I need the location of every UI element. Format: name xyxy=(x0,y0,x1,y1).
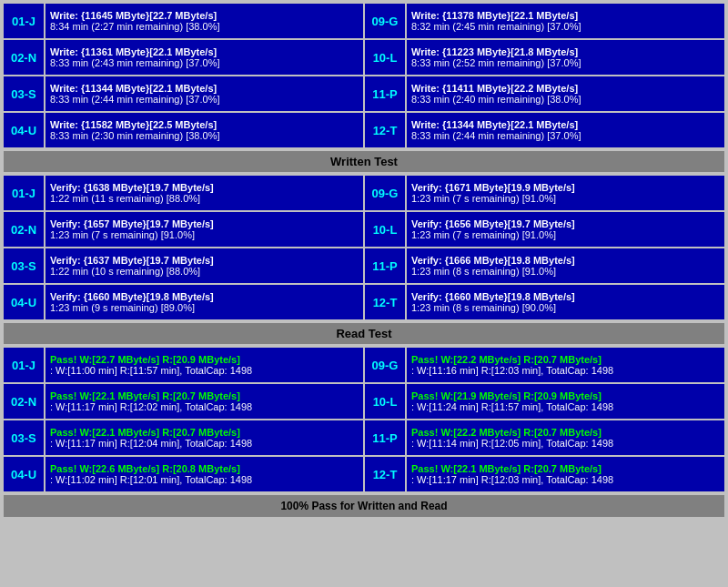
pass-cell-right: Pass! W:[22.2 MByte/s] R:[20.7 MByte/s] … xyxy=(407,348,724,382)
cell-left: Write: {11645 MByte}[22.7 MByte/s] 8:34 … xyxy=(46,4,363,38)
pass-line-left: Pass! W:[22.6 MByte/s] R:[20.8 MByte/s] xyxy=(50,463,359,474)
main-container: 01-J Write: {11645 MByte}[22.7 MByte/s] … xyxy=(0,0,728,521)
table-row: 04-U Write: {11582 MByte}[22.5 MByte/s] … xyxy=(4,113,724,147)
pass-cell-left: Pass! W:[22.6 MByte/s] R:[20.8 MByte/s] … xyxy=(46,457,363,491)
table-row: 03-S Write: {11344 MByte}[22.1 MByte/s] … xyxy=(4,76,724,111)
cell-right-line2: 8:32 min (2:45 min remaining) [37.0%] xyxy=(411,21,720,32)
row-label-left: 04-U xyxy=(4,457,44,491)
cell-right-line1: Write: {11344 MByte}[22.1 MByte/s] xyxy=(411,119,720,130)
cell-left-line2: 8:33 min (2:30 min remaining) [38.0%] xyxy=(50,130,359,141)
pass-detail-left: : W:[11:17 min] R:[12:04 min], TotalCap:… xyxy=(50,438,359,449)
pass-cell-right: Pass! W:[22.2 MByte/s] R:[20.7 MByte/s] … xyxy=(407,420,724,455)
pass-line-right: Pass! W:[22.1 MByte/s] R:[20.7 MByte/s] xyxy=(411,463,720,474)
pass-line-left: Pass! W:[22.7 MByte/s] R:[20.9 MByte/s] xyxy=(50,354,359,365)
cell-right-line2: 8:33 min (2:40 min remaining) [38.0%] xyxy=(411,94,720,105)
pass-detail-left: : W:[11:00 min] R:[11:57 min], TotalCap:… xyxy=(50,365,359,376)
row-label-right: 11-P xyxy=(365,76,405,111)
cell-left-line1: Verify: {1657 MByte}[19.7 MByte/s] xyxy=(50,218,359,229)
row-label-right: 11-P xyxy=(365,420,405,455)
pass-detail-right: : W:[11:24 min] R:[11:57 min], TotalCap:… xyxy=(411,401,720,412)
table-row: 02-N Write: {11361 MByte}[22.1 MByte/s] … xyxy=(4,40,724,75)
cell-right-line2: 1:23 min (8 s remaining) [90.0%] xyxy=(411,302,720,313)
cell-left: Write: {11361 MByte}[22.1 MByte/s] 8:33 … xyxy=(46,40,363,75)
pass-cell-right: Pass! W:[21.9 MByte/s] R:[20.9 MByte/s] … xyxy=(407,384,724,419)
cell-right: Write: {11411 MByte}[22.2 MByte/s] 8:33 … xyxy=(407,76,724,111)
row-label-left: 02-N xyxy=(4,212,44,247)
cell-left: Verify: {1638 MByte}[19.7 MByte/s] 1:22 … xyxy=(46,176,363,210)
pass-detail-right: : W:[11:14 min] R:[12:05 min], TotalCap:… xyxy=(411,438,720,449)
row-label-right: 10-L xyxy=(365,384,405,419)
row-label-right: 12-T xyxy=(365,113,405,147)
pass-line-left: Pass! W:[22.1 MByte/s] R:[20.7 MByte/s] xyxy=(50,427,359,438)
pass-line-right: Pass! W:[22.2 MByte/s] R:[20.7 MByte/s] xyxy=(411,354,720,365)
written-rows: 01-J Write: {11645 MByte}[22.7 MByte/s] … xyxy=(4,4,724,147)
written-test-section: 01-J Write: {11645 MByte}[22.7 MByte/s] … xyxy=(4,4,724,172)
cell-right: Write: {11344 MByte}[22.1 MByte/s] 8:33 … xyxy=(407,113,724,147)
table-row: 04-U Pass! W:[22.6 MByte/s] R:[20.8 MByt… xyxy=(4,457,724,491)
cell-left-line2: 8:33 min (2:44 min remaining) [37.0%] xyxy=(50,94,359,105)
row-label-right: 10-L xyxy=(365,40,405,75)
table-row: 03-S Pass! W:[22.1 MByte/s] R:[20.7 MByt… xyxy=(4,420,724,455)
cell-left: Verify: {1660 MByte}[19.8 MByte/s] 1:23 … xyxy=(46,285,363,319)
cell-right-line1: Write: {11223 MByte}[21.8 MByte/s] xyxy=(411,46,720,57)
pass-detail-right: : W:[11:16 min] R:[12:03 min], TotalCap:… xyxy=(411,365,720,376)
row-label-right: 10-L xyxy=(365,212,405,247)
row-label-left: 02-N xyxy=(4,384,44,419)
read-rows: 01-J Pass! W:[22.7 MByte/s] R:[20.9 MByt… xyxy=(4,348,724,491)
row-label-right: 11-P xyxy=(365,248,405,283)
row-label-right: 09-G xyxy=(365,348,405,382)
row-label-left: 01-J xyxy=(4,176,44,210)
table-row: 02-N Verify: {1657 MByte}[19.7 MByte/s] … xyxy=(4,212,724,247)
footer-bar: 100% Pass for Written and Read xyxy=(4,495,724,517)
cell-left-line2: 1:23 min (7 s remaining) [91.0%] xyxy=(50,229,359,240)
cell-right-line1: Write: {11378 MByte}[22.1 MByte/s] xyxy=(411,10,720,21)
cell-right: Write: {11378 MByte}[22.1 MByte/s] 8:32 … xyxy=(407,4,724,38)
cell-right-line1: Verify: {1656 MByte}[19.7 MByte/s] xyxy=(411,218,720,229)
row-label-left: 01-J xyxy=(4,348,44,382)
table-row: 04-U Verify: {1660 MByte}[19.8 MByte/s] … xyxy=(4,285,724,319)
cell-left-line1: Write: {11361 MByte}[22.1 MByte/s] xyxy=(50,46,359,57)
cell-left: Write: {11344 MByte}[22.1 MByte/s] 8:33 … xyxy=(46,76,363,111)
pass-cell-right: Pass! W:[22.1 MByte/s] R:[20.7 MByte/s] … xyxy=(407,457,724,491)
row-label-left: 04-U xyxy=(4,285,44,319)
cell-right: Write: {11223 MByte}[21.8 MByte/s] 8:33 … xyxy=(407,40,724,75)
cell-right-line1: Verify: {1666 MByte}[19.8 MByte/s] xyxy=(411,255,720,266)
pass-line-right: Pass! W:[22.2 MByte/s] R:[20.7 MByte/s] xyxy=(411,427,720,438)
cell-left-line1: Write: {11582 MByte}[22.5 MByte/s] xyxy=(50,119,359,130)
cell-left-line1: Write: {11344 MByte}[22.1 MByte/s] xyxy=(50,83,359,94)
cell-right-line2: 1:23 min (8 s remaining) [91.0%] xyxy=(411,266,720,277)
cell-left-line1: Verify: {1637 MByte}[19.7 MByte/s] xyxy=(50,255,359,266)
cell-left-line2: 1:22 min (10 s remaining) [88.0%] xyxy=(50,266,359,277)
table-row: 01-J Write: {11645 MByte}[22.7 MByte/s] … xyxy=(4,4,724,38)
table-row: 01-J Verify: {1638 MByte}[19.7 MByte/s] … xyxy=(4,176,724,210)
verify-section: 01-J Verify: {1638 MByte}[19.7 MByte/s] … xyxy=(4,176,724,344)
cell-left-line2: 1:23 min (9 s remaining) [89.0%] xyxy=(50,302,359,313)
pass-cell-left: Pass! W:[22.1 MByte/s] R:[20.7 MByte/s] … xyxy=(46,384,363,419)
cell-left: Write: {11582 MByte}[22.5 MByte/s] 8:33 … xyxy=(46,113,363,147)
pass-cell-left: Pass! W:[22.7 MByte/s] R:[20.9 MByte/s] … xyxy=(46,348,363,382)
pass-cell-left: Pass! W:[22.1 MByte/s] R:[20.7 MByte/s] … xyxy=(46,420,363,455)
read-test-header: Read Test xyxy=(4,323,724,344)
cell-left-line1: Write: {11645 MByte}[22.7 MByte/s] xyxy=(50,10,359,21)
cell-left-line2: 8:33 min (2:43 min remaining) [37.0%] xyxy=(50,57,359,68)
row-label-left: 04-U xyxy=(4,113,44,147)
pass-line-right: Pass! W:[21.9 MByte/s] R:[20.9 MByte/s] xyxy=(411,390,720,401)
pass-detail-left: : W:[11:02 min] R:[12:01 min], TotalCap:… xyxy=(50,474,359,485)
row-label-right: 09-G xyxy=(365,176,405,210)
cell-right-line1: Write: {11411 MByte}[22.2 MByte/s] xyxy=(411,83,720,94)
cell-right: Verify: {1671 MByte}[19.9 MByte/s] 1:23 … xyxy=(407,176,724,210)
read-section: 01-J Pass! W:[22.7 MByte/s] R:[20.9 MByt… xyxy=(4,348,724,491)
cell-right-line2: 1:23 min (7 s remaining) [91.0%] xyxy=(411,229,720,240)
row-label-right: 09-G xyxy=(365,4,405,38)
row-label-right: 12-T xyxy=(365,285,405,319)
pass-line-left: Pass! W:[22.1 MByte/s] R:[20.7 MByte/s] xyxy=(50,390,359,401)
table-row: 02-N Pass! W:[22.1 MByte/s] R:[20.7 MByt… xyxy=(4,384,724,419)
row-label-right: 12-T xyxy=(365,457,405,491)
cell-left-line1: Verify: {1638 MByte}[19.7 MByte/s] xyxy=(50,182,359,193)
row-label-left: 02-N xyxy=(4,40,44,75)
cell-left-line2: 8:34 min (2:27 min remaining) [38.0%] xyxy=(50,21,359,32)
cell-left: Verify: {1657 MByte}[19.7 MByte/s] 1:23 … xyxy=(46,212,363,247)
pass-detail-left: : W:[11:17 min] R:[12:02 min], TotalCap:… xyxy=(50,401,359,412)
cell-right-line1: Verify: {1660 MByte}[19.8 MByte/s] xyxy=(411,291,720,302)
cell-right-line1: Verify: {1671 MByte}[19.9 MByte/s] xyxy=(411,182,720,193)
